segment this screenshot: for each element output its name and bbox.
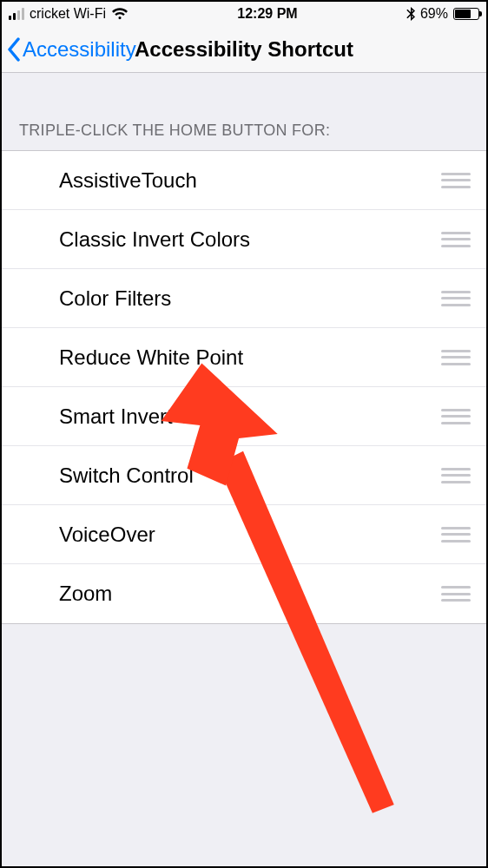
carrier-label: cricket Wi-Fi (30, 6, 106, 22)
list-item-label: AssistiveTouch (59, 168, 441, 193)
list-item-label: Switch Control (59, 464, 441, 488)
list-item-label: Smart Invert Colors (59, 404, 441, 429)
status-bar: cricket Wi-Fi 12:29 PM 69% (2, 2, 486, 26)
list-item[interactable]: Color Filters (2, 269, 486, 328)
list-item[interactable]: AssistiveTouch (2, 151, 486, 210)
list-item[interactable]: Zoom (2, 564, 486, 623)
back-button[interactable]: Accessibility (2, 37, 136, 62)
list-item-label: Reduce White Point (59, 345, 441, 370)
battery-icon (453, 8, 479, 20)
signal-bars-icon (9, 8, 24, 20)
drag-handle-icon[interactable] (441, 291, 471, 306)
drag-handle-icon[interactable] (441, 232, 471, 247)
drag-handle-icon[interactable] (441, 350, 471, 365)
chevron-left-icon (7, 37, 21, 62)
list-item-label: Classic Invert Colors (59, 227, 441, 252)
section-header: TRIPLE-CLICK THE HOME BUTTON FOR: (2, 73, 486, 150)
battery-fill (455, 10, 471, 18)
list-item-label: Zoom (59, 582, 441, 606)
drag-handle-icon[interactable] (441, 468, 471, 483)
shortcut-list: AssistiveTouch Classic Invert Colors Col… (2, 150, 486, 624)
drag-handle-icon[interactable] (441, 409, 471, 424)
drag-handle-icon[interactable] (441, 586, 471, 602)
battery-pct: 69% (420, 6, 448, 22)
status-time: 12:29 PM (237, 6, 297, 22)
list-item[interactable]: Classic Invert Colors (2, 210, 486, 269)
list-item[interactable]: VoiceOver (2, 505, 486, 564)
list-item-label: Color Filters (59, 286, 441, 311)
list-item-label: VoiceOver (59, 523, 441, 547)
list-item[interactable]: Switch Control (2, 446, 486, 505)
drag-handle-icon[interactable] (441, 173, 471, 188)
back-label: Accessibility (23, 37, 136, 62)
wifi-icon (111, 8, 129, 20)
drag-handle-icon[interactable] (441, 527, 471, 542)
nav-bar: Accessibility Accessibility Shortcut (2, 26, 486, 73)
bluetooth-icon (406, 7, 415, 21)
status-right: 69% (406, 6, 479, 22)
status-left: cricket Wi-Fi (9, 6, 129, 22)
list-item[interactable]: Reduce White Point (2, 328, 486, 387)
list-item[interactable]: Smart Invert Colors (2, 387, 486, 446)
